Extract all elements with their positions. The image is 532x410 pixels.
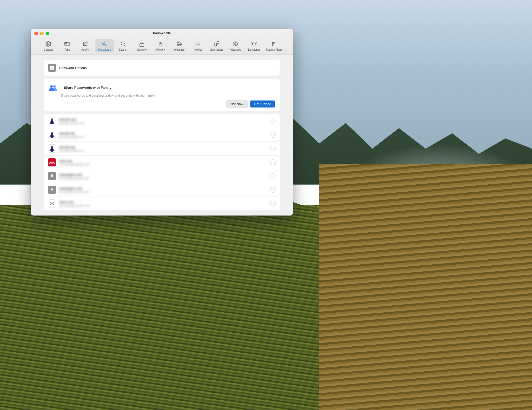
hand-icon	[157, 40, 164, 48]
minimize-button[interactable]	[40, 32, 44, 35]
password-list: airmail.com john@example.com ℹ airmail.n…	[44, 114, 280, 210]
password-item[interactable]: axon.com john.doe@example.com ℹ	[44, 197, 280, 210]
feature-flags-icon	[270, 40, 278, 48]
toolbar-item-advanced[interactable]: Advanced	[226, 39, 245, 52]
info-button-3[interactable]: ℹ	[270, 146, 276, 151]
autofill-label: AutoFill	[81, 48, 90, 51]
tabs-icon	[63, 40, 71, 48]
general-label: General	[44, 48, 53, 51]
pw-info-5: autopages.com johndoe@example.com	[59, 173, 270, 180]
share-title: Share Passwords with Family	[64, 86, 111, 90]
toolbar-item-autofill[interactable]: AutoFill	[76, 39, 95, 52]
search-icon	[119, 40, 127, 48]
toolbar-item-privacy[interactable]: Privacy	[151, 39, 170, 52]
svg-rect-11	[217, 42, 219, 44]
close-button[interactable]	[34, 32, 38, 35]
key-icon	[101, 40, 108, 48]
pw-site-4: aaa.com	[59, 159, 270, 163]
info-button-6[interactable]: ℹ	[270, 187, 276, 193]
toolbar-item-general[interactable]: General	[39, 39, 58, 52]
site-icon-x	[48, 199, 56, 208]
pw-user-6: johndoe@example.com	[59, 190, 270, 193]
extensions-label: Extensions	[210, 48, 223, 51]
svg-point-20	[53, 85, 56, 88]
toolbar-item-tabs[interactable]: Tabs	[58, 39, 76, 52]
content-area: Password Options › Share Passwords with …	[31, 55, 293, 216]
feature-flags-label: Feature Flags	[266, 48, 282, 51]
svg-point-8	[178, 42, 180, 46]
info-button-2[interactable]: ℹ	[270, 132, 276, 138]
site-icon-aaa: AAA	[48, 158, 56, 166]
autofill-icon	[82, 40, 89, 48]
pw-info-3: airmail.org john@example.com	[59, 145, 270, 152]
info-button-7[interactable]: ℹ	[270, 201, 276, 206]
security-label: Security	[137, 48, 147, 51]
password-item[interactable]: AAA aaa.com john.doe@example.com ℹ	[44, 156, 280, 169]
preferences-window: Passwords General	[31, 29, 293, 216]
pw-info-2: airmail.net john@example.com	[59, 131, 270, 138]
desktop-vineyard-right	[319, 164, 532, 410]
fullscreen-button[interactable]	[46, 32, 49, 35]
pw-info-4: aaa.com john.doe@example.com	[59, 159, 270, 166]
svg-text:AAA: AAA	[49, 161, 55, 164]
info-button-5[interactable]: ℹ	[270, 173, 276, 179]
password-item[interactable]: A autopages.com johndoe@example.com ℹ	[44, 183, 280, 197]
profiles-label: Profiles	[194, 48, 202, 51]
developer-label: Developer	[248, 48, 260, 51]
share-passwords-card: Share Passwords with Family Share passwo…	[44, 79, 280, 111]
pw-site-1: airmail.com	[59, 118, 270, 122]
window-controls	[34, 32, 49, 35]
pw-user-3: john@example.com	[59, 149, 270, 152]
password-options-row[interactable]: Password Options ›	[44, 60, 280, 76]
chevron-right-icon: ›	[275, 66, 276, 70]
pw-site-3: airmail.org	[59, 145, 270, 149]
info-button-4[interactable]: ℹ	[270, 159, 276, 165]
share-buttons: Not Now Get Started	[48, 100, 275, 107]
site-icon-gray-a1: A	[48, 172, 56, 180]
advanced-icon	[232, 40, 239, 48]
password-item[interactable]: airmail.org john@example.com ℹ	[44, 142, 280, 156]
toolbar-item-websites[interactable]: Websites	[170, 39, 189, 52]
globe-icon	[176, 40, 183, 48]
info-button-1[interactable]: ℹ	[270, 118, 276, 124]
pw-site-6: autopages.com	[59, 186, 270, 190]
toolbar: General Tabs AutoFill	[36, 38, 287, 55]
svg-rect-17	[51, 67, 52, 68]
toolbar-item-search[interactable]: Search	[114, 39, 132, 52]
password-options-text: Password Options	[59, 66, 275, 70]
svg-point-14	[255, 42, 256, 44]
extensions-icon	[213, 40, 220, 48]
passwords-label: Passwords	[98, 48, 111, 51]
toolbar-item-profiles[interactable]: Profiles	[189, 39, 207, 52]
toolbar-item-developer[interactable]: Developer	[245, 39, 263, 52]
password-item[interactable]: A autopages.com johndoe@example.com ℹ	[44, 169, 280, 183]
pw-site-7: axon.com	[59, 200, 270, 204]
get-started-button[interactable]: Get Started	[250, 100, 275, 107]
site-icon-aa2	[48, 131, 56, 139]
toolbar-item-security[interactable]: Security	[132, 39, 151, 52]
window-title: Passwords	[153, 31, 171, 35]
pw-user-4: john.doe@example.com	[59, 163, 270, 166]
pw-user-5: johndoe@example.com	[59, 177, 270, 180]
toolbar-item-feature-flags[interactable]: Feature Flags	[263, 39, 285, 52]
not-now-button[interactable]: Not Now	[226, 100, 248, 107]
pw-info-6: autopages.com johndoe@example.com	[59, 186, 270, 193]
password-item[interactable]: airmail.com john@example.com ℹ	[44, 114, 280, 128]
site-icon-gray-a2: A	[48, 186, 56, 194]
pw-user-7: john.doe@example.com	[59, 204, 270, 207]
svg-rect-16	[50, 66, 54, 70]
password-item[interactable]: airmail.net john@example.com ℹ	[44, 128, 280, 142]
toolbar-item-passwords[interactable]: Passwords	[95, 39, 114, 52]
pw-info-1: airmail.com john@example.com	[59, 118, 270, 125]
developer-icon	[250, 40, 258, 48]
share-family-icon	[48, 83, 58, 92]
gear-icon	[45, 40, 52, 48]
person-icon	[194, 40, 202, 48]
pw-user-1: john@example.com	[59, 122, 270, 125]
svg-point-6	[142, 45, 142, 45]
toolbar-item-extensions[interactable]: Extensions	[207, 39, 226, 52]
site-icon-aa1	[48, 117, 56, 125]
websites-label: Websites	[174, 48, 185, 51]
svg-rect-1	[65, 42, 69, 46]
svg-point-9	[197, 42, 199, 44]
